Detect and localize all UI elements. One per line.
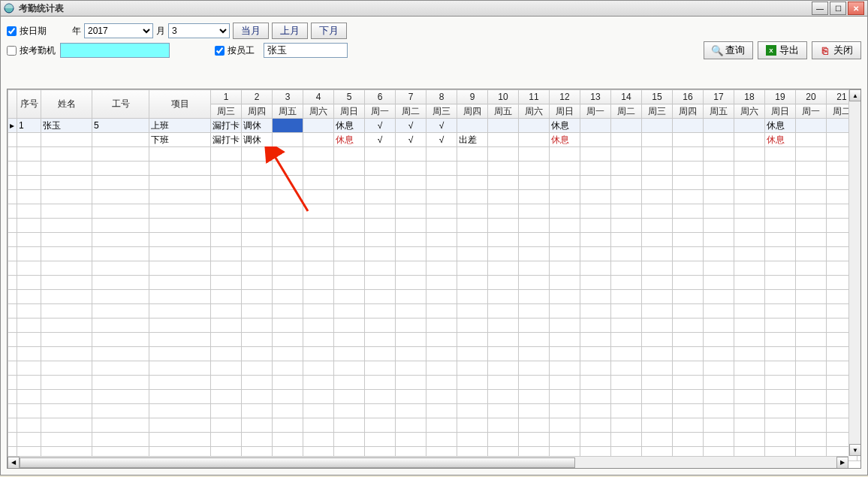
cell-day[interactable] [611, 119, 642, 133]
attendance-grid[interactable]: 序号姓名工号项目12345678910111213141516171819202… [8, 89, 861, 461]
table-row[interactable] [8, 290, 862, 304]
col-weekday-2[interactable]: 周四 [242, 104, 273, 119]
current-month-button[interactable]: 当月 [233, 23, 269, 39]
col-day-2[interactable]: 2 [242, 90, 273, 104]
col-weekday-9[interactable]: 周四 [457, 104, 488, 119]
cell-item[interactable]: 上班 [149, 119, 211, 133]
machine-input[interactable] [60, 43, 170, 58]
vertical-scrollbar[interactable]: ▲ ▼ [848, 89, 860, 456]
checkbox-by-date-input[interactable] [7, 26, 17, 36]
col-weekday-1[interactable]: 周三 [211, 104, 242, 119]
cell-day[interactable]: √ [396, 119, 426, 133]
minimize-button[interactable]: — [812, 2, 828, 15]
cell-day[interactable] [734, 133, 765, 147]
maximize-button[interactable]: ☐ [830, 2, 846, 15]
cell-day[interactable]: 休息 [550, 133, 580, 147]
col-item[interactable]: 项目 [149, 90, 211, 119]
cell-day[interactable] [457, 119, 488, 133]
col-day-20[interactable]: 20 [796, 90, 827, 104]
cell-day[interactable] [673, 119, 704, 133]
month-select[interactable]: 3 [168, 23, 230, 38]
table-row[interactable] [8, 204, 862, 219]
checkbox-by-employee-input[interactable] [215, 46, 225, 56]
cell-day[interactable] [488, 133, 519, 147]
col-day-17[interactable]: 17 [704, 90, 734, 104]
cell-day[interactable]: √ [396, 133, 426, 147]
cell-number[interactable] [92, 133, 149, 147]
year-select[interactable]: 2017 [84, 23, 153, 38]
table-row[interactable] [8, 333, 862, 347]
table-row[interactable] [8, 404, 862, 418]
col-weekday-17[interactable]: 周五 [704, 104, 734, 119]
export-button[interactable]: X 导出 [758, 41, 807, 59]
prev-month-button[interactable]: 上月 [272, 23, 308, 39]
cell-day[interactable]: √ [426, 119, 457, 133]
col-day-5[interactable]: 5 [334, 90, 365, 104]
col-weekday-8[interactable]: 周三 [426, 104, 457, 119]
cell-day[interactable]: √ [365, 119, 396, 133]
col-day-3[interactable]: 3 [273, 90, 303, 104]
col-weekday-15[interactable]: 周三 [642, 104, 673, 119]
cell-day[interactable]: 休息 [765, 119, 796, 133]
table-row[interactable] [8, 247, 862, 261]
scroll-right-button[interactable]: ▶ [836, 457, 848, 469]
cell-day[interactable] [734, 119, 765, 133]
cell-day[interactable]: 出差 [457, 133, 488, 147]
cell-day[interactable]: 休息 [334, 133, 365, 147]
cell-day[interactable] [580, 133, 611, 147]
table-row[interactable]: ▸1张玉5上班漏打卡调休休息√√√休息休息 [8, 119, 862, 133]
table-row[interactable] [8, 190, 862, 204]
table-row[interactable] [8, 347, 862, 361]
col-day-8[interactable]: 8 [426, 90, 457, 104]
col-day-6[interactable]: 6 [365, 90, 396, 104]
col-weekday-14[interactable]: 周二 [611, 104, 642, 119]
table-row[interactable] [8, 304, 862, 319]
cell-day[interactable]: 漏打卡 [211, 119, 242, 133]
cell-day[interactable]: 休息 [334, 119, 365, 133]
col-day-9[interactable]: 9 [457, 90, 488, 104]
table-row[interactable] [8, 361, 862, 376]
close-window-button[interactable]: ✕ [848, 2, 864, 15]
cell-day[interactable]: 休息 [550, 119, 580, 133]
scroll-up-button[interactable]: ▲ [849, 89, 861, 101]
col-day-13[interactable]: 13 [580, 90, 611, 104]
col-weekday-20[interactable]: 周一 [796, 104, 827, 119]
cell-day[interactable]: 调休 [242, 133, 273, 147]
cell-item[interactable]: 下班 [149, 133, 211, 147]
table-row[interactable] [8, 162, 862, 176]
col-day-11[interactable]: 11 [519, 90, 550, 104]
col-weekday-12[interactable]: 周日 [550, 104, 580, 119]
checkbox-by-machine[interactable]: 按考勤机 [7, 44, 56, 57]
cell-index[interactable] [17, 133, 41, 147]
col-day-7[interactable]: 7 [396, 90, 426, 104]
cell-day[interactable] [519, 133, 550, 147]
cell-day[interactable] [303, 133, 334, 147]
table-row[interactable] [8, 376, 862, 390]
col-weekday-6[interactable]: 周一 [365, 104, 396, 119]
horizontal-scrollbar[interactable]: ◀ ▶ [8, 456, 848, 468]
col-weekday-18[interactable]: 周六 [734, 104, 765, 119]
col-day-4[interactable]: 4 [303, 90, 334, 104]
cell-day[interactable]: √ [365, 133, 396, 147]
table-row[interactable] [8, 147, 862, 162]
col-weekday-10[interactable]: 周五 [488, 104, 519, 119]
cell-name[interactable]: 张玉 [41, 119, 92, 133]
cell-day[interactable] [642, 133, 673, 147]
cell-day[interactable] [273, 119, 303, 133]
col-day-10[interactable]: 10 [488, 90, 519, 104]
scroll-thumb[interactable] [20, 457, 575, 468]
cell-day[interactable] [611, 133, 642, 147]
col-number[interactable]: 工号 [92, 90, 149, 119]
table-row[interactable] [8, 233, 862, 247]
table-row[interactable] [8, 276, 862, 290]
col-weekday-13[interactable]: 周一 [580, 104, 611, 119]
col-day-19[interactable]: 19 [765, 90, 796, 104]
table-row[interactable] [8, 418, 862, 433]
cell-day[interactable] [642, 119, 673, 133]
cell-day[interactable] [519, 119, 550, 133]
employee-name-input[interactable] [264, 43, 348, 58]
col-day-1[interactable]: 1 [211, 90, 242, 104]
cell-day[interactable] [796, 133, 827, 147]
cell-day[interactable]: 休息 [765, 133, 796, 147]
col-weekday-4[interactable]: 周六 [303, 104, 334, 119]
